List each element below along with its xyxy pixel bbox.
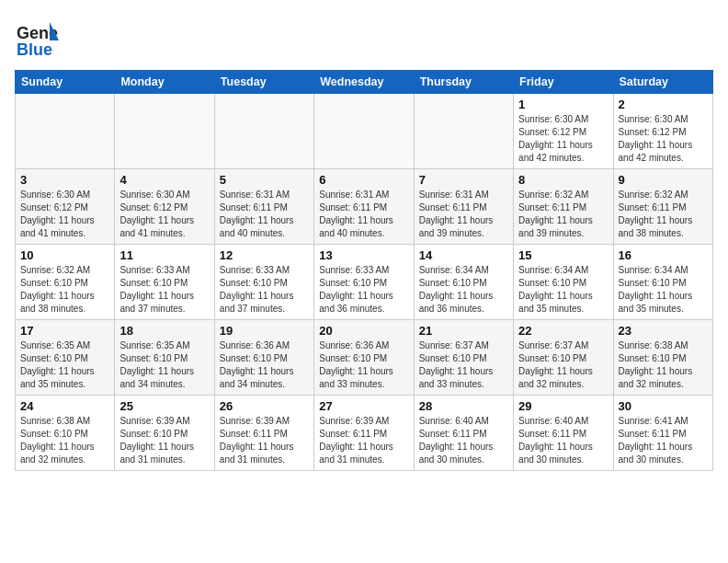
day-info: Sunrise: 6:35 AM Sunset: 6:10 PM Dayligh… [119,339,209,391]
day-number: 7 [419,173,508,187]
day-number: 21 [419,324,508,338]
calendar-cell: 14Sunrise: 6:34 AM Sunset: 6:10 PM Dayli… [414,245,513,320]
day-info: Sunrise: 6:31 AM Sunset: 6:11 PM Dayligh… [419,189,508,240]
weekday-header-wednesday: Wednesday [314,71,414,94]
calendar-week-4: 17Sunrise: 6:35 AM Sunset: 6:10 PM Dayli… [16,320,713,396]
day-number: 23 [619,324,708,338]
calendar-cell: 7Sunrise: 6:31 AM Sunset: 6:11 PM Daylig… [414,169,513,245]
calendar-cell: 30Sunrise: 6:41 AM Sunset: 6:11 PM Dayli… [613,396,712,471]
calendar-cell: 28Sunrise: 6:40 AM Sunset: 6:11 PM Dayli… [414,396,513,471]
day-info: Sunrise: 6:33 AM Sunset: 6:10 PM Dayligh… [220,264,309,316]
calendar-cell: 1Sunrise: 6:30 AM Sunset: 6:12 PM Daylig… [514,94,613,169]
weekday-header-tuesday: Tuesday [214,71,313,94]
calendar-cell [314,94,414,169]
day-info: Sunrise: 6:40 AM Sunset: 6:11 PM Dayligh… [518,415,608,466]
day-info: Sunrise: 6:36 AM Sunset: 6:10 PM Dayligh… [220,339,309,391]
calendar-table: SundayMondayTuesdayWednesdayThursdayFrid… [15,70,713,471]
day-info: Sunrise: 6:36 AM Sunset: 6:10 PM Dayligh… [319,339,408,391]
day-number: 16 [619,248,708,262]
calendar-cell [16,94,115,169]
calendar-header-row: SundayMondayTuesdayWednesdayThursdayFrid… [16,71,713,94]
day-info: Sunrise: 6:30 AM Sunset: 6:12 PM Dayligh… [119,189,209,240]
calendar-cell [414,94,513,169]
calendar-cell: 26Sunrise: 6:39 AM Sunset: 6:11 PM Dayli… [214,396,313,471]
weekday-header-monday: Monday [115,71,214,94]
day-info: Sunrise: 6:40 AM Sunset: 6:11 PM Dayligh… [419,415,508,466]
calendar-cell: 18Sunrise: 6:35 AM Sunset: 6:10 PM Dayli… [115,320,214,396]
day-info: Sunrise: 6:37 AM Sunset: 6:10 PM Dayligh… [419,339,508,391]
day-number: 30 [619,399,708,413]
calendar-cell: 2Sunrise: 6:30 AM Sunset: 6:12 PM Daylig… [613,94,712,169]
day-number: 22 [518,324,608,338]
calendar-cell: 10Sunrise: 6:32 AM Sunset: 6:10 PM Dayli… [16,245,115,320]
day-number: 14 [419,248,508,262]
calendar-cell: 21Sunrise: 6:37 AM Sunset: 6:10 PM Dayli… [414,320,513,396]
calendar-week-2: 3Sunrise: 6:30 AM Sunset: 6:12 PM Daylig… [16,169,713,245]
day-number: 18 [119,324,209,338]
day-info: Sunrise: 6:33 AM Sunset: 6:10 PM Dayligh… [119,264,209,316]
calendar-cell: 5Sunrise: 6:31 AM Sunset: 6:11 PM Daylig… [214,169,313,245]
weekday-header-friday: Friday [514,71,613,94]
day-number: 8 [518,173,608,187]
calendar-cell: 27Sunrise: 6:39 AM Sunset: 6:11 PM Dayli… [314,396,414,471]
day-info: Sunrise: 6:37 AM Sunset: 6:10 PM Dayligh… [518,339,608,391]
day-number: 10 [20,248,109,262]
day-number: 4 [119,173,209,187]
day-number: 1 [518,98,608,111]
day-number: 28 [419,399,508,413]
calendar-cell: 29Sunrise: 6:40 AM Sunset: 6:11 PM Dayli… [514,396,613,471]
calendar-cell: 4Sunrise: 6:30 AM Sunset: 6:12 PM Daylig… [115,169,214,245]
day-number: 24 [20,399,109,413]
day-number: 27 [319,399,408,413]
day-info: Sunrise: 6:38 AM Sunset: 6:10 PM Dayligh… [619,339,708,391]
calendar-cell: 24Sunrise: 6:38 AM Sunset: 6:10 PM Dayli… [16,396,115,471]
calendar-cell: 19Sunrise: 6:36 AM Sunset: 6:10 PM Dayli… [214,320,313,396]
day-number: 26 [220,399,309,413]
day-number: 13 [319,248,408,262]
calendar-cell [115,94,214,169]
day-info: Sunrise: 6:31 AM Sunset: 6:11 PM Dayligh… [220,189,309,240]
calendar-cell: 25Sunrise: 6:39 AM Sunset: 6:10 PM Dayli… [115,396,214,471]
day-number: 17 [20,324,109,338]
calendar-cell: 11Sunrise: 6:33 AM Sunset: 6:10 PM Dayli… [115,245,214,320]
day-info: Sunrise: 6:32 AM Sunset: 6:10 PM Dayligh… [20,264,109,316]
day-info: Sunrise: 6:30 AM Sunset: 6:12 PM Dayligh… [20,189,109,240]
calendar-cell: 13Sunrise: 6:33 AM Sunset: 6:10 PM Dayli… [314,245,414,320]
weekday-header-saturday: Saturday [613,71,712,94]
day-info: Sunrise: 6:34 AM Sunset: 6:10 PM Dayligh… [419,264,508,316]
calendar-cell: 17Sunrise: 6:35 AM Sunset: 6:10 PM Dayli… [16,320,115,396]
day-number: 2 [619,98,708,111]
calendar-cell: 16Sunrise: 6:34 AM Sunset: 6:10 PM Dayli… [613,245,712,320]
day-info: Sunrise: 6:32 AM Sunset: 6:11 PM Dayligh… [518,189,608,240]
day-number: 9 [619,173,708,187]
calendar-cell: 8Sunrise: 6:32 AM Sunset: 6:11 PM Daylig… [514,169,613,245]
weekday-header-sunday: Sunday [16,71,115,94]
calendar-week-1: 1Sunrise: 6:30 AM Sunset: 6:12 PM Daylig… [16,94,713,169]
logo: General Blue [15,15,63,59]
day-number: 25 [119,399,209,413]
day-info: Sunrise: 6:38 AM Sunset: 6:10 PM Dayligh… [20,415,109,466]
calendar-cell: 3Sunrise: 6:30 AM Sunset: 6:12 PM Daylig… [16,169,115,245]
logo-icon: General Blue [15,15,59,59]
day-number: 29 [518,399,608,413]
day-number: 12 [220,248,309,262]
calendar-cell: 6Sunrise: 6:31 AM Sunset: 6:11 PM Daylig… [314,169,414,245]
day-info: Sunrise: 6:31 AM Sunset: 6:11 PM Dayligh… [319,189,408,240]
day-number: 3 [20,173,109,187]
svg-text:Blue: Blue [17,40,52,59]
day-info: Sunrise: 6:39 AM Sunset: 6:11 PM Dayligh… [220,415,309,466]
calendar-week-3: 10Sunrise: 6:32 AM Sunset: 6:10 PM Dayli… [16,245,713,320]
weekday-header-thursday: Thursday [414,71,513,94]
calendar-cell: 23Sunrise: 6:38 AM Sunset: 6:10 PM Dayli… [613,320,712,396]
calendar-cell: 20Sunrise: 6:36 AM Sunset: 6:10 PM Dayli… [314,320,414,396]
day-number: 11 [119,248,209,262]
day-number: 19 [220,324,309,338]
calendar-week-5: 24Sunrise: 6:38 AM Sunset: 6:10 PM Dayli… [16,396,713,471]
calendar-cell [214,94,313,169]
calendar-cell: 12Sunrise: 6:33 AM Sunset: 6:10 PM Dayli… [214,245,313,320]
day-info: Sunrise: 6:34 AM Sunset: 6:10 PM Dayligh… [518,264,608,316]
day-info: Sunrise: 6:41 AM Sunset: 6:11 PM Dayligh… [619,415,708,466]
day-number: 15 [518,248,608,262]
calendar-cell: 22Sunrise: 6:37 AM Sunset: 6:10 PM Dayli… [514,320,613,396]
calendar-cell: 15Sunrise: 6:34 AM Sunset: 6:10 PM Dayli… [514,245,613,320]
